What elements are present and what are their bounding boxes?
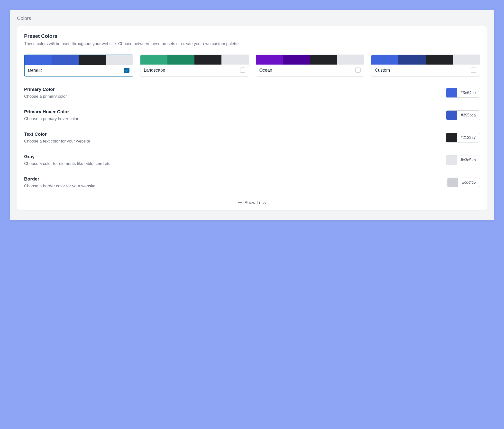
color-label: Primary Color bbox=[24, 87, 446, 92]
swatch bbox=[310, 55, 337, 65]
color-label: Gray bbox=[24, 154, 446, 159]
color-input[interactable]: #e3e5eb bbox=[446, 155, 480, 165]
preset-custom[interactable]: Custom bbox=[371, 55, 480, 76]
color-input[interactable]: #cdcfd5 bbox=[447, 178, 480, 187]
color-info: BorderChoose a border color for your web… bbox=[24, 176, 447, 189]
swatch bbox=[371, 55, 398, 65]
color-desc: Choose a primary color bbox=[24, 94, 446, 99]
color-list: Primary ColorChoose a primary color#3e64… bbox=[24, 87, 480, 189]
preset-label-row: Ocean bbox=[256, 65, 364, 76]
color-desc: Choose a text color for your website bbox=[24, 139, 446, 144]
preset-label-row: Default bbox=[25, 65, 133, 76]
color-input[interactable]: #212327 bbox=[446, 133, 480, 143]
color-value: #e3e5eb bbox=[457, 155, 480, 165]
color-chip[interactable] bbox=[446, 88, 457, 97]
color-info: Primary ColorChoose a primary color bbox=[24, 87, 446, 99]
swatch bbox=[79, 55, 106, 65]
color-input[interactable]: #3e64de bbox=[446, 88, 480, 98]
colors-card: Preset Colors These colors will be used … bbox=[17, 26, 487, 210]
swatch bbox=[283, 55, 310, 65]
swatch bbox=[106, 55, 133, 65]
color-value: #cdcfd5 bbox=[458, 178, 480, 187]
swatch bbox=[221, 55, 248, 65]
swatch-row bbox=[371, 55, 480, 65]
preset-checkbox[interactable] bbox=[355, 67, 361, 73]
swatch-row bbox=[256, 55, 364, 65]
color-row: Text ColorChoose a text color for your w… bbox=[24, 132, 480, 144]
swatch bbox=[426, 55, 453, 65]
color-label: Text Color bbox=[24, 132, 446, 137]
preset-label: Ocean bbox=[259, 68, 272, 73]
swatch bbox=[453, 55, 480, 65]
color-chip[interactable] bbox=[448, 178, 458, 187]
preset-label-row: Landscape bbox=[140, 65, 249, 76]
show-less-button[interactable]: Show Less bbox=[24, 199, 480, 205]
presets-row: DefaultLandscapeOceanCustom bbox=[24, 55, 480, 76]
color-row: Primary ColorChoose a primary color#3e64… bbox=[24, 87, 480, 99]
preset-landscape[interactable]: Landscape bbox=[140, 55, 249, 76]
swatch bbox=[398, 55, 425, 65]
show-less-label: Show Less bbox=[244, 200, 266, 205]
color-value: #395bca bbox=[457, 111, 480, 120]
preset-label: Custom bbox=[375, 68, 390, 73]
color-input[interactable]: #395bca bbox=[446, 110, 480, 120]
color-row: BorderChoose a border color for your web… bbox=[24, 176, 480, 189]
section-title: Preset Colors bbox=[24, 33, 480, 39]
color-label: Primary Hover Color bbox=[24, 109, 446, 114]
color-chip[interactable] bbox=[446, 155, 457, 165]
color-value: #3e64de bbox=[457, 88, 480, 97]
color-row: Primary Hover ColorChoose a primary hove… bbox=[24, 109, 480, 121]
preset-label: Landscape bbox=[144, 68, 165, 73]
section-desc: These colors will be used throughout you… bbox=[24, 41, 480, 46]
color-chip[interactable] bbox=[446, 111, 457, 120]
swatch-row bbox=[140, 55, 249, 65]
panel-title: Colors bbox=[17, 16, 487, 21]
swatch-row bbox=[25, 55, 133, 65]
swatch bbox=[337, 55, 364, 65]
colors-panel: Colors Preset Colors These colors will b… bbox=[10, 10, 494, 220]
preset-checkbox[interactable] bbox=[124, 68, 129, 73]
color-row: GrayChoose a color for elements like tab… bbox=[24, 154, 480, 166]
swatch bbox=[167, 55, 194, 65]
color-info: Text ColorChoose a text color for your w… bbox=[24, 132, 446, 144]
swatch bbox=[52, 55, 79, 65]
preset-label-row: Custom bbox=[371, 65, 480, 76]
minus-icon bbox=[238, 202, 242, 203]
color-label: Border bbox=[24, 176, 447, 182]
swatch bbox=[194, 55, 221, 65]
check-icon bbox=[125, 69, 128, 72]
color-desc: Choose a border color for your website bbox=[24, 184, 447, 189]
preset-default[interactable]: Default bbox=[24, 55, 133, 76]
color-desc: Choose a color for elements like table, … bbox=[24, 161, 446, 166]
swatch bbox=[256, 55, 283, 65]
color-desc: Choose a primary hover color bbox=[24, 116, 446, 121]
preset-ocean[interactable]: Ocean bbox=[256, 55, 365, 76]
swatch bbox=[25, 55, 52, 65]
preset-checkbox[interactable] bbox=[240, 67, 245, 73]
color-chip[interactable] bbox=[446, 133, 457, 142]
swatch bbox=[140, 55, 167, 65]
preset-label: Default bbox=[28, 68, 42, 73]
color-value: #212327 bbox=[457, 133, 480, 142]
color-info: Primary Hover ColorChoose a primary hove… bbox=[24, 109, 446, 121]
preset-checkbox[interactable] bbox=[471, 67, 476, 73]
color-info: GrayChoose a color for elements like tab… bbox=[24, 154, 446, 166]
